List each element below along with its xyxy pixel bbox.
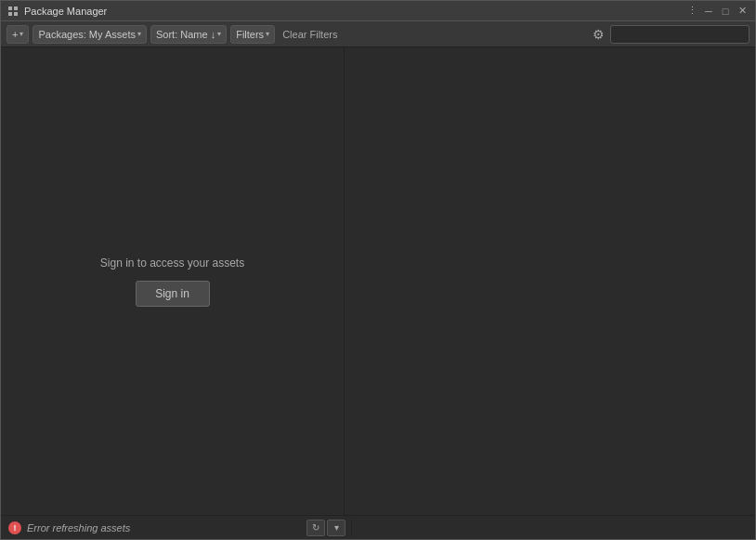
add-button[interactable]: + ▾ xyxy=(7,25,29,44)
package-manager-window: Package Manager ⋮ ─ □ ✕ + ▾ Packages: My… xyxy=(0,0,756,540)
sort-chevron-icon: ▾ xyxy=(217,30,221,38)
status-bar: ! Error refreshing assets ↻ ▾ xyxy=(1,515,755,539)
more-options-button[interactable]: ⋮ xyxy=(684,4,699,19)
status-buttons: ↻ ▾ xyxy=(306,520,345,536)
svg-rect-3 xyxy=(14,12,18,16)
maximize-button[interactable]: □ xyxy=(718,4,733,19)
status-chevron-button[interactable]: ▾ xyxy=(327,520,345,536)
clear-filters-button[interactable]: Clear Filters xyxy=(279,25,341,44)
sign-in-message: Sign in to access your assets xyxy=(100,257,244,270)
refresh-button[interactable]: ↻ xyxy=(306,520,325,536)
window-controls: ⋮ ─ □ ✕ xyxy=(684,4,749,19)
svg-rect-2 xyxy=(8,12,12,16)
filters-dropdown[interactable]: Filters ▾ xyxy=(230,25,275,44)
error-text: Error refreshing assets xyxy=(27,522,295,533)
left-panel: Sign in to access your assets Sign in xyxy=(1,47,345,515)
sign-in-button[interactable]: Sign in xyxy=(136,281,210,307)
svg-rect-0 xyxy=(8,7,12,10)
chevron-down-icon: ▾ xyxy=(20,30,23,38)
window-title: Package Manager xyxy=(24,6,684,17)
gear-icon[interactable]: ⚙ xyxy=(590,26,606,43)
sign-in-area: Sign in to access your assets Sign in xyxy=(1,47,344,515)
filters-label: Filters xyxy=(236,29,264,40)
minimize-button[interactable]: ─ xyxy=(701,4,716,19)
window-icon xyxy=(7,5,20,18)
toolbar: + ▾ Packages: My Assets ▾ Sort: Name ↓ ▾… xyxy=(1,21,755,47)
packages-dropdown[interactable]: Packages: My Assets ▾ xyxy=(33,25,147,44)
sort-label: Sort: Name ↓ xyxy=(156,29,215,40)
search-input[interactable] xyxy=(610,25,749,44)
filters-chevron-icon: ▾ xyxy=(266,30,269,38)
right-panel xyxy=(345,47,755,515)
add-icon: + xyxy=(12,29,18,40)
main-area: Sign in to access your assets Sign in xyxy=(1,47,755,515)
sort-dropdown[interactable]: Sort: Name ↓ ▾ xyxy=(150,25,227,44)
left-status: ! Error refreshing assets ↻ ▾ xyxy=(8,520,352,536)
error-icon: ! xyxy=(8,521,21,534)
title-bar: Package Manager ⋮ ─ □ ✕ xyxy=(1,1,755,21)
packages-label: Packages: My Assets xyxy=(38,29,136,40)
packages-chevron-icon: ▾ xyxy=(137,30,141,38)
close-button[interactable]: ✕ xyxy=(735,4,749,19)
svg-rect-1 xyxy=(14,7,18,10)
